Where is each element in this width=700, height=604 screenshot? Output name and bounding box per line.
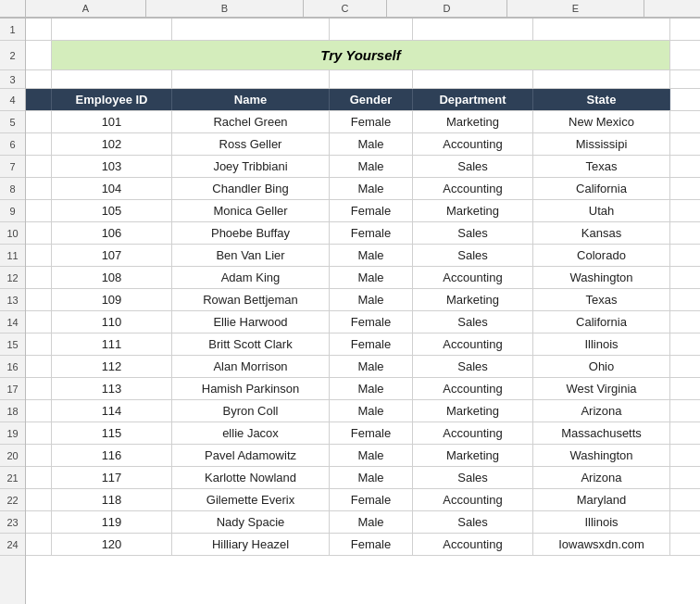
data-cell-r8-c1[interactable]: 104 [52,178,172,199]
data-cell-r19-c0[interactable] [26,422,52,444]
data-cell-r21-c5[interactable]: Arizona [533,467,670,488]
data-cell-r11-c4[interactable]: Sales [413,245,533,266]
data-cell-r14-c5[interactable]: California [533,311,670,333]
data-cell-r9-c1[interactable]: 105 [52,200,172,221]
data-cell-r16-c0[interactable] [26,356,52,377]
data-cell-r21-c4[interactable]: Sales [413,467,533,488]
data-cell-r16-c3[interactable]: Male [330,356,413,377]
data-cell-r24-c3[interactable]: Female [330,534,413,555]
data-cell-r19-c3[interactable]: Female [330,422,413,444]
data-cell-r6-c5[interactable]: Mississipi [533,133,670,155]
data-cell-r17-c0[interactable] [26,378,52,399]
data-cell-r22-c2[interactable]: Gilemette Everix [172,489,330,510]
data-cell-r23-c0[interactable] [26,511,52,533]
data-cell-r18-c1[interactable]: 114 [52,400,172,422]
data-cell-r20-c3[interactable]: Male [330,445,413,466]
data-cell-r15-c5[interactable]: Illinois [533,333,670,355]
data-cell-r22-c1[interactable]: 118 [52,489,172,510]
data-cell-r6-c1[interactable]: 102 [52,133,172,155]
data-cell-r23-c4[interactable]: Sales [413,511,533,533]
data-cell-r5-c5[interactable]: New Mexico [533,111,670,132]
data-cell-r12-c4[interactable]: Accounting [413,267,533,288]
data-cell-r14-c4[interactable]: Sales [413,311,533,333]
data-cell-r19-c4[interactable]: Accounting [413,422,533,444]
data-cell-r7-c0[interactable] [26,156,52,177]
data-cell-r10-c2[interactable]: Phoebe Buffay [172,222,330,244]
data-cell-r12-c5[interactable]: Washington [533,267,670,288]
data-cell-r18-c4[interactable]: Marketing [413,400,533,422]
data-cell-r13-c0[interactable] [26,289,52,310]
data-cell-r5-c2[interactable]: Rachel Green [172,111,330,132]
data-cell-r14-c2[interactable]: Ellie Harwood [172,311,330,333]
data-cell-r14-c0[interactable] [26,311,52,333]
data-cell-r13-c4[interactable]: Marketing [413,289,533,310]
data-cell-r15-c0[interactable] [26,333,52,355]
data-cell-r7-c2[interactable]: Joey Tribbiani [172,156,330,177]
data-cell-r7-c4[interactable]: Sales [413,156,533,177]
data-cell-r10-c5[interactable]: Kansas [533,222,670,244]
data-cell-r11-c0[interactable] [26,245,52,266]
data-cell-r10-c4[interactable]: Sales [413,222,533,244]
data-cell-r8-c2[interactable]: Chandler Bing [172,178,330,199]
data-cell-r10-c1[interactable]: 106 [52,222,172,244]
data-cell-r15-c4[interactable]: Accounting [413,333,533,355]
data-cell-r22-c5[interactable]: Maryland [533,489,670,510]
data-cell-r7-c3[interactable]: Male [330,156,413,177]
data-cell-r18-c3[interactable]: Male [330,400,413,422]
data-cell-r11-c1[interactable]: 107 [52,245,172,266]
data-cell-r18-c0[interactable] [26,400,52,422]
data-cell-r20-c5[interactable]: Washington [533,445,670,466]
data-cell-r17-c2[interactable]: Hamish Parkinson [172,378,330,399]
data-cell-r23-c5[interactable]: Illinois [533,511,670,533]
data-cell-r9-c2[interactable]: Monica Geller [172,200,330,221]
data-cell-r19-c5[interactable]: Massachusetts [533,422,670,444]
data-cell-r12-c0[interactable] [26,267,52,288]
data-cell-r24-c2[interactable]: Hilliary Heazel [172,534,330,555]
data-cell-r16-c2[interactable]: Alan Morrison [172,356,330,377]
data-cell-r8-c0[interactable] [26,178,52,199]
data-cell-r24-c1[interactable]: 120 [52,534,172,555]
data-cell-r9-c4[interactable]: Marketing [413,200,533,221]
data-cell-r17-c4[interactable]: Accounting [413,378,533,399]
data-cell-r24-c0[interactable] [26,534,52,555]
data-cell-r22-c0[interactable] [26,489,52,510]
data-cell-r16-c4[interactable]: Sales [413,356,533,377]
data-cell-r9-c0[interactable] [26,200,52,221]
data-cell-r17-c5[interactable]: West Virginia [533,378,670,399]
data-cell-r5-c1[interactable]: 101 [52,111,172,132]
data-cell-r10-c3[interactable]: Female [330,222,413,244]
data-cell-r19-c1[interactable]: 115 [52,422,172,444]
data-cell-r18-c2[interactable]: Byron Coll [172,400,330,422]
data-cell-r7-c5[interactable]: Texas [533,156,670,177]
data-cell-r23-c1[interactable]: 119 [52,511,172,533]
data-cell-r21-c3[interactable]: Male [330,467,413,488]
data-cell-r8-c4[interactable]: Accounting [413,178,533,199]
data-cell-r6-c0[interactable] [26,133,52,155]
data-cell-r21-c2[interactable]: Karlotte Nowland [172,467,330,488]
data-cell-r8-c5[interactable]: California [533,178,670,199]
data-cell-r12-c1[interactable]: 108 [52,267,172,288]
data-cell-r15-c3[interactable]: Female [330,333,413,355]
data-cell-r24-c4[interactable]: Accounting [413,534,533,555]
data-cell-r23-c2[interactable]: Nady Spacie [172,511,330,533]
data-cell-r11-c3[interactable]: Male [330,245,413,266]
data-cell-r13-c3[interactable]: Male [330,289,413,310]
data-cell-r5-c0[interactable] [26,111,52,132]
data-cell-r20-c2[interactable]: Pavel Adamowitz [172,445,330,466]
data-cell-r20-c4[interactable]: Marketing [413,445,533,466]
data-cell-r15-c1[interactable]: 111 [52,333,172,355]
data-cell-r20-c0[interactable] [26,445,52,466]
data-cell-r21-c1[interactable]: 117 [52,467,172,488]
data-cell-r14-c3[interactable]: Female [330,311,413,333]
data-cell-r20-c1[interactable]: 116 [52,445,172,466]
data-cell-r24-c5[interactable]: Iowawsxdn.com [533,534,670,555]
data-cell-r5-c4[interactable]: Marketing [413,111,533,132]
data-cell-r7-c1[interactable]: 103 [52,156,172,177]
data-cell-r8-c3[interactable]: Male [330,178,413,199]
data-cell-r16-c5[interactable]: Ohio [533,356,670,377]
data-cell-r9-c3[interactable]: Female [330,200,413,221]
data-cell-r17-c3[interactable]: Male [330,378,413,399]
data-cell-r22-c4[interactable]: Accounting [413,489,533,510]
data-cell-r23-c3[interactable]: Male [330,511,413,533]
data-cell-r12-c2[interactable]: Adam King [172,267,330,288]
